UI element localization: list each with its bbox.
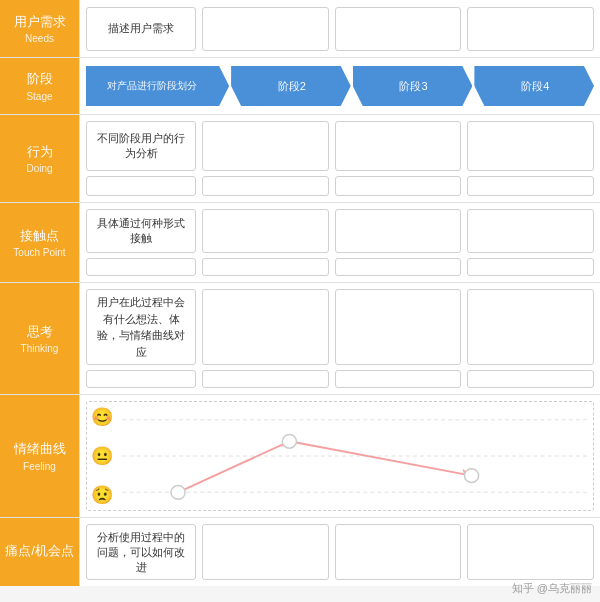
pain-empty-3: [467, 524, 594, 580]
svg-point-9: [464, 469, 478, 483]
thinking-sub-1: [86, 370, 196, 388]
needs-label: 用户需求 Needs: [0, 0, 80, 57]
watermark: 知乎 @乌克丽丽: [512, 581, 592, 596]
thinking-sub-2: [202, 370, 329, 388]
touch-empty-3: [467, 209, 594, 253]
needs-text-box: 描述用户需求: [86, 7, 196, 51]
thinking-label: 思考 Thinking: [0, 283, 80, 394]
pain-text-box: 分析使用过程中的问题，可以如何改进: [86, 524, 196, 580]
pain-empty-2: [335, 524, 462, 580]
feeling-row: 情绪曲线 Feeling 😊 😐 😟: [0, 395, 600, 518]
feeling-content: 😊 😐 😟: [80, 395, 600, 517]
feeling-svg: [87, 402, 593, 510]
doing-empty-2: [335, 121, 462, 171]
pain-empty-1: [202, 524, 329, 580]
pain-row: 痛点/机会点 分析使用过程中的问题，可以如何改进: [0, 518, 600, 586]
doing-sub-3: [335, 176, 462, 196]
stage-3: 阶段3: [353, 66, 473, 106]
emoji-neutral: 😐: [91, 447, 113, 465]
touch-empty-1: [202, 209, 329, 253]
pain-label: 痛点/机会点: [0, 518, 80, 586]
stage-label: 阶段 Stage: [0, 58, 80, 114]
touch-sub-4: [467, 258, 594, 276]
doing-empty-3: [467, 121, 594, 171]
main-container: 用户需求 Needs 描述用户需求 阶段 Stage 对产品进行阶段划分 阶段2: [0, 0, 600, 586]
needs-empty-3: [467, 7, 594, 51]
emoji-labels: 😊 😐 😟: [91, 402, 113, 510]
touch-empty-2: [335, 209, 462, 253]
thinking-row: 思考 Thinking 用户在此过程中会有什么想法、体验，与情绪曲线对应: [0, 283, 600, 395]
needs-empty-1: [202, 7, 329, 51]
needs-row: 用户需求 Needs 描述用户需求: [0, 0, 600, 58]
doing-text-box: 不同阶段用户的行为分析: [86, 121, 196, 171]
thinking-sub-3: [335, 370, 462, 388]
svg-line-4: [289, 441, 471, 475]
touch-sub-2: [202, 258, 329, 276]
feeling-label: 情绪曲线 Feeling: [0, 395, 80, 517]
doing-sub-1: [86, 176, 196, 196]
needs-content: 描述用户需求: [80, 0, 600, 57]
touchpoint-row: 接触点 Touch Point 具体通过何种形式接触: [0, 203, 600, 283]
stage-content: 对产品进行阶段划分 阶段2 阶段3 阶段4: [80, 58, 600, 114]
svg-line-3: [178, 441, 289, 492]
emoji-sad: 😟: [91, 486, 113, 504]
doing-empty-1: [202, 121, 329, 171]
doing-sub-2: [202, 176, 329, 196]
touchpoint-label: 接触点 Touch Point: [0, 203, 80, 282]
doing-row: 行为 Doing 不同阶段用户的行为分析: [0, 115, 600, 203]
doing-sub-4: [467, 176, 594, 196]
needs-empty-2: [335, 7, 462, 51]
touch-sub-1: [86, 258, 196, 276]
svg-point-7: [171, 485, 185, 499]
touch-sub-3: [335, 258, 462, 276]
feeling-chart: 😊 😐 😟: [86, 401, 594, 511]
thinking-empty-2: [335, 289, 462, 365]
stage-2: 阶段2: [231, 66, 351, 106]
doing-label: 行为 Doing: [0, 115, 80, 202]
thinking-sub-4: [467, 370, 594, 388]
touch-text-box: 具体通过何种形式接触: [86, 209, 196, 253]
stage-1: 对产品进行阶段划分: [86, 66, 229, 106]
emoji-happy: 😊: [91, 408, 113, 426]
stage-4: 阶段4: [474, 66, 594, 106]
thinking-text-box: 用户在此过程中会有什么想法、体验，与情绪曲线对应: [86, 289, 196, 365]
svg-point-8: [282, 434, 296, 448]
stage-row: 阶段 Stage 对产品进行阶段划分 阶段2 阶段3 阶段4: [0, 58, 600, 115]
thinking-empty-1: [202, 289, 329, 365]
thinking-empty-3: [467, 289, 594, 365]
